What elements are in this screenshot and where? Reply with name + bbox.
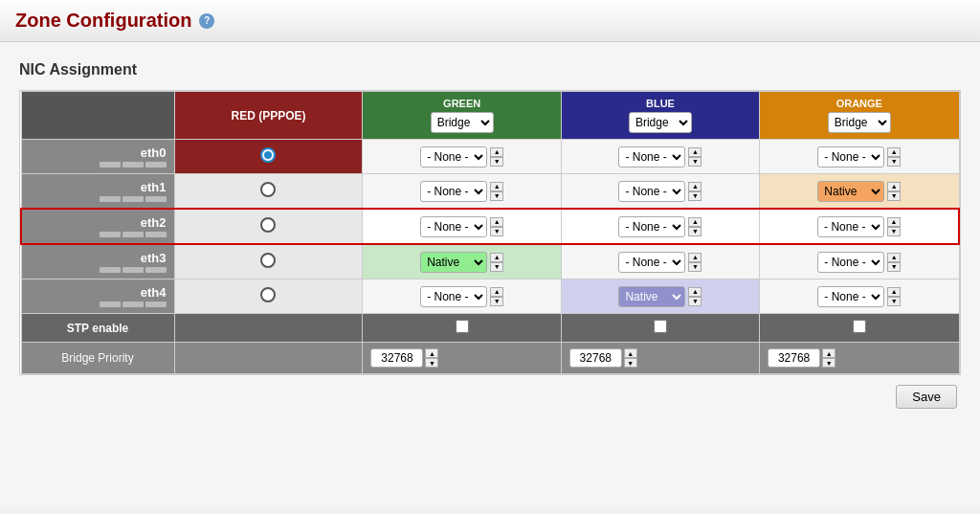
blue-select-eth0[interactable]: - None -NativeTagged (618, 146, 685, 168)
blue-spinner-eth0[interactable]: ▲ ▼ (688, 147, 702, 167)
green-spin-down-eth0[interactable]: ▼ (490, 157, 503, 167)
orange-spin-down-eth0[interactable]: ▼ (887, 157, 901, 167)
blue-spin-down-eth0[interactable]: ▼ (688, 157, 702, 167)
green-spin-up-eth2[interactable]: ▲ (490, 217, 503, 227)
radio-eth2-red[interactable] (260, 217, 276, 233)
radio-eth1-red[interactable] (260, 182, 276, 197)
blue-spin-down-eth1[interactable]: ▼ (688, 191, 702, 201)
stp-green-check[interactable] (456, 320, 469, 333)
red-radio-eth0[interactable] (174, 140, 363, 174)
green-select-eth2[interactable]: - None -NativeTagged (420, 216, 487, 237)
orange-select-eth3[interactable]: - None -NativeTagged (817, 252, 884, 273)
green-spin-down-eth3[interactable]: ▼ (490, 262, 503, 272)
green-spinner-eth0[interactable]: ▲ ▼ (490, 147, 503, 167)
stp-orange-checkbox[interactable] (760, 314, 959, 343)
blue-spin-up-eth0[interactable]: ▲ (688, 147, 702, 157)
blue-spinner-eth1[interactable]: ▲ ▼ (688, 182, 702, 201)
green-select-eth3[interactable]: - None -NativeTagged (420, 252, 487, 273)
bp-orange-up[interactable]: ▲ (822, 348, 835, 358)
green-select-eth0[interactable]: - None -NativeTagged (420, 146, 487, 168)
red-radio-eth4[interactable] (174, 279, 363, 314)
bridge-priority-blue-input[interactable] (569, 348, 622, 368)
bridge-priority-blue-spinner[interactable]: ▲ ▼ (624, 348, 637, 368)
save-button[interactable]: Save (896, 385, 957, 409)
blue-spin-up-eth4[interactable]: ▲ (688, 287, 702, 297)
green-spinner-eth4[interactable]: ▲ ▼ (490, 287, 503, 306)
green-mode-select[interactable]: Bridge Native Tagged (431, 112, 494, 133)
blue-select-eth3[interactable]: - None -NativeTagged (618, 252, 685, 273)
orange-spin-up-eth1[interactable]: ▲ (887, 182, 901, 191)
orange-mode-select[interactable]: Bridge Native Tagged (828, 112, 891, 133)
blue-spin-up-eth2[interactable]: ▲ (688, 217, 702, 227)
red-radio-eth2[interactable] (174, 209, 363, 244)
orange-spinner-eth3[interactable]: ▲ ▼ (887, 253, 901, 272)
orange-select-eth4[interactable]: - None -NativeTagged (817, 286, 884, 307)
blue-mode-select[interactable]: Bridge Native Tagged (629, 112, 692, 133)
radio-eth3-red[interactable] (260, 253, 276, 268)
bp-orange-down[interactable]: ▼ (822, 358, 835, 368)
orange-spinner-eth0[interactable]: ▲ ▼ (887, 147, 901, 167)
bridge-priority-green-spinner[interactable]: ▲ ▼ (425, 348, 438, 368)
orange-spin-up-eth3[interactable]: ▲ (887, 253, 901, 262)
stp-red-empty (174, 314, 363, 343)
orange-spinner-eth4[interactable]: ▲ ▼ (887, 287, 901, 306)
orange-select-eth1[interactable]: - None -NativeTagged (817, 181, 884, 202)
green-spin-down-eth2[interactable]: ▼ (490, 227, 503, 236)
blue-spin-down-eth2[interactable]: ▼ (688, 227, 702, 236)
bridge-priority-orange-spinner[interactable]: ▲ ▼ (822, 348, 835, 368)
orange-spin-down-eth3[interactable]: ▼ (887, 262, 901, 272)
green-spinner-eth3[interactable]: ▲ ▼ (490, 253, 503, 272)
radio-eth0-red[interactable] (260, 147, 276, 163)
radio-eth4-red[interactable] (260, 287, 276, 302)
section-title: NIC Assignment (19, 61, 961, 78)
blue-select-eth1[interactable]: - None -NativeTagged (618, 181, 685, 202)
green-spin-down-eth4[interactable]: ▼ (490, 297, 503, 306)
orange-spin-up-eth4[interactable]: ▲ (887, 287, 901, 297)
orange-spin-down-eth4[interactable]: ▼ (887, 297, 901, 306)
bp-blue-down[interactable]: ▼ (624, 358, 637, 368)
orange-select-eth2[interactable]: - None -NativeTagged (817, 216, 884, 237)
blue-spin-up-eth1[interactable]: ▲ (688, 182, 702, 191)
orange-spin-down-eth2[interactable]: ▼ (887, 227, 901, 236)
orange-spin-up-eth0[interactable]: ▲ (887, 147, 901, 157)
blue-spinner-eth4[interactable]: ▲ ▼ (688, 287, 702, 306)
green-cell-eth1: - None -NativeTagged ▲ ▼ (363, 174, 561, 210)
green-cell-eth4: - None -NativeTagged ▲ ▼ (363, 279, 561, 314)
blue-spin-down-eth4[interactable]: ▼ (688, 297, 702, 306)
blue-spin-up-eth3[interactable]: ▲ (688, 253, 702, 262)
nic-label-eth4: eth4 (21, 279, 174, 314)
blue-select-eth2[interactable]: - None -NativeTagged (618, 216, 685, 237)
green-select-eth4[interactable]: - None -NativeTagged (420, 286, 487, 307)
blue-spinner-eth2[interactable]: ▲ ▼ (688, 217, 702, 236)
blue-spinner-eth3[interactable]: ▲ ▼ (688, 253, 702, 272)
green-spinner-eth2[interactable]: ▲ ▼ (490, 217, 503, 236)
stp-green-checkbox[interactable] (363, 314, 561, 343)
blue-select-eth4[interactable]: - None -NativeTagged (618, 286, 685, 307)
orange-spinner-eth2[interactable]: ▲ ▼ (887, 217, 901, 236)
bp-green-down[interactable]: ▼ (425, 358, 438, 368)
stp-blue-checkbox[interactable] (561, 314, 759, 343)
orange-spin-up-eth2[interactable]: ▲ (887, 217, 901, 227)
bp-green-up[interactable]: ▲ (425, 348, 438, 358)
red-radio-eth1[interactable] (174, 174, 363, 210)
green-spin-down-eth1[interactable]: ▼ (490, 191, 503, 201)
green-cell-eth3: - None -NativeTagged ▲ ▼ (363, 244, 561, 279)
blue-spin-down-eth3[interactable]: ▼ (688, 262, 702, 272)
green-spin-up-eth3[interactable]: ▲ (490, 253, 503, 262)
red-radio-eth3[interactable] (174, 244, 363, 279)
green-select-eth1[interactable]: - None -NativeTagged (420, 181, 487, 202)
stp-orange-check[interactable] (853, 320, 866, 333)
stp-blue-check[interactable] (654, 320, 667, 333)
orange-spin-down-eth1[interactable]: ▼ (887, 191, 901, 201)
bp-blue-up[interactable]: ▲ (624, 348, 637, 358)
bridge-priority-green-input[interactable] (370, 348, 423, 368)
green-spin-up-eth0[interactable]: ▲ (490, 147, 503, 157)
green-spinner-eth1[interactable]: ▲ ▼ (490, 182, 503, 201)
blue-cell-eth3: - None -NativeTagged ▲ ▼ (561, 244, 759, 279)
bridge-priority-orange-input[interactable] (768, 348, 820, 368)
green-spin-up-eth4[interactable]: ▲ (490, 287, 503, 297)
help-icon[interactable]: ? (199, 13, 214, 29)
orange-spinner-eth1[interactable]: ▲ ▼ (887, 182, 901, 201)
green-spin-up-eth1[interactable]: ▲ (490, 182, 503, 191)
orange-select-eth0[interactable]: - None -NativeTagged (817, 146, 884, 168)
